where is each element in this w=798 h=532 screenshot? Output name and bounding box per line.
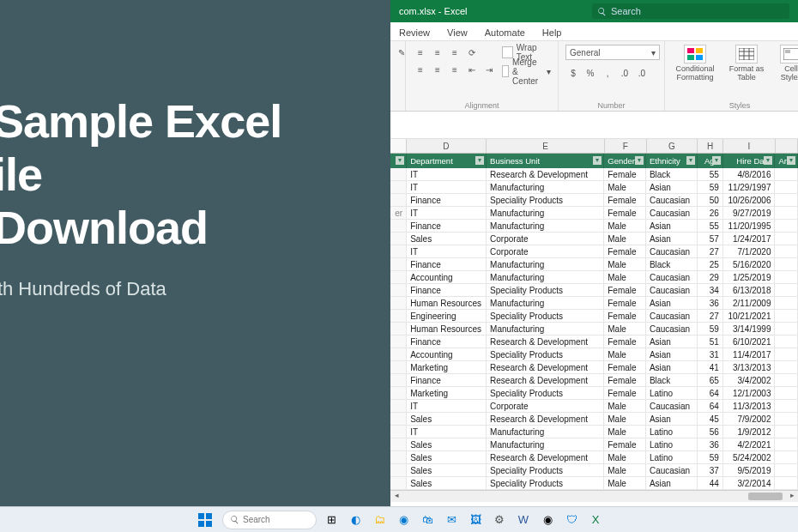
align-right-icon[interactable]: ≡ [447,62,462,77]
th-gender[interactable]: Gender [604,154,646,168]
format-painter-icon[interactable]: ✎ [397,45,406,60]
th-age[interactable]: Age [698,154,723,168]
promo-panel: Sample Excel ile Download ith Hundreds o… [0,0,390,506]
comma-icon[interactable]: , [600,65,615,81]
task-view-icon[interactable]: ⊞ [322,511,341,529]
table-row[interactable]: MarketingResearch & DevelopmentFemaleAsi… [390,361,798,374]
titlebar: com.xlsx - Excel Search [390,0,798,22]
security-icon[interactable]: 🛡 [562,511,581,529]
orientation-icon[interactable]: ⟳ [464,45,480,60]
group-alignment: ≡ ≡ ≡ ⟳ ≡ ≡ ≡ ⇤ ⇥ Wrap Text Merge [406,41,559,111]
table-row[interactable]: FinanceSpeciality ProductsFemaleCaucasia… [390,284,798,297]
cell-styles-icon [780,45,798,63]
table-row[interactable]: Human ResourcesManufacturingMaleCaucasia… [390,323,798,336]
format-as-table-icon [735,45,758,63]
table-row[interactable]: SalesSpeciality ProductsMaleCaucasian379… [390,464,798,477]
table-row[interactable]: AccountingManufacturingMaleCaucasian291/… [390,271,798,284]
merge-icon [502,65,509,77]
word-icon[interactable]: W [514,511,533,529]
align-left-icon[interactable]: ≡ [413,62,428,77]
horizontal-scrollbar[interactable]: ◂ ▸ [390,490,798,502]
table-row[interactable]: FinanceSpeciality ProductsFemaleCaucasia… [390,194,798,207]
svg-rect-2 [687,55,694,60]
col-header-H[interactable]: H [698,139,723,153]
table-row[interactable]: SalesManufacturingFemaleLatino364/2/2021 [390,438,798,451]
indent-decrease-icon[interactable]: ⇤ [464,62,480,77]
number-format-dropdown[interactable]: General▾ [565,45,660,60]
col-header-F[interactable]: F [605,139,647,153]
col-header-E[interactable]: E [487,139,605,153]
format-as-table-button[interactable]: Format as Table [723,45,770,82]
table-row[interactable]: FinanceResearch & DevelopmentFemaleBlack… [390,374,798,387]
promo-title-l2: ile [0,148,42,200]
table-row[interactable]: EngineeringSpeciality ProductsFemaleCauc… [390,310,798,323]
taskbar: Search ⊞ ◐ 🗂 ◉ 🛍 ✉ 🖼 ⚙ W ◉ 🛡 X [0,506,798,532]
th-business-unit[interactable]: Business Unit [487,154,604,168]
table-row[interactable]: SalesResearch & DevelopmentMaleAsian457/… [390,413,798,426]
table-row[interactable]: ITCorporateMaleCaucasian6411/3/2013 [390,400,798,413]
align-middle-icon[interactable]: ≡ [430,45,445,60]
search-box[interactable]: Search [592,3,789,19]
merge-center-button[interactable]: Merge & Center ▾ [502,63,551,79]
decrease-decimal-icon[interactable]: .0 [634,65,650,81]
conditional-formatting-button[interactable]: Conditional Formatting [672,45,718,82]
ribbon: ✎ ≡ ≡ ≡ ⟳ ≡ ≡ ≡ ⇤ ⇥ [390,41,798,112]
table-row[interactable]: FinanceManufacturingMaleBlack255/16/2020 [390,258,798,271]
table-row[interactable]: SalesCorporateMaleAsian571/24/2017 [390,233,798,245]
group-number: General▾ $ % , .0 .0 Number [559,41,665,111]
start-button[interactable] [193,511,217,529]
cell-styles-button[interactable]: Cell Styles [775,45,798,82]
scroll-left-icon[interactable]: ◂ [390,491,402,503]
table-row[interactable]: FinanceResearch & DevelopmentFemaleAsian… [390,336,798,348]
table-row[interactable]: FinanceManufacturingMaleAsian5511/20/199… [390,220,798,233]
formula-bar-area[interactable] [390,112,798,139]
tab-view[interactable]: View [438,24,476,40]
photos-icon[interactable]: 🖼 [466,511,485,529]
table-row[interactable]: SalesResearch & DevelopmentMaleLatino595… [390,451,798,464]
tab-automate[interactable]: Automate [476,24,534,40]
percent-icon[interactable]: % [583,65,598,81]
scroll-right-icon[interactable]: ▸ [786,491,798,503]
th-department[interactable]: Department [407,154,487,168]
settings-icon[interactable]: ⚙ [490,511,509,529]
group-clipboard: ✎ [390,41,406,111]
edge-icon[interactable]: ◉ [394,511,413,529]
mail-icon[interactable]: ✉ [442,511,461,529]
align-top-icon[interactable]: ≡ [413,45,428,60]
group-label-number: Number [565,100,657,110]
chrome-icon[interactable]: ◉ [538,511,557,529]
scroll-thumb[interactable] [748,493,783,500]
th-ann[interactable]: Ann [775,154,798,168]
align-bottom-icon[interactable]: ≡ [447,45,462,60]
group-label-styles: Styles [672,100,798,110]
increase-decimal-icon[interactable]: .0 [617,65,632,81]
table-row[interactable]: ITCorporateFemaleCaucasian277/1/2020 [390,245,798,258]
taskbar-search[interactable]: Search [222,511,317,529]
indent-increase-icon[interactable]: ⇥ [481,62,497,77]
tab-review[interactable]: Review [390,24,438,40]
currency-icon[interactable]: $ [565,65,581,81]
spreadsheet-grid[interactable]: D E F G H I Department Business Unit Gen… [390,139,798,506]
tab-help[interactable]: Help [534,24,571,40]
table-row[interactable]: AccountingSpeciality ProductsMaleAsian31… [390,348,798,361]
widgets-icon[interactable]: ◐ [346,511,365,529]
col-header-I[interactable]: I [723,139,776,153]
table-row[interactable]: ITManufacturingMaleAsian5911/29/1997 [390,181,798,194]
table-row[interactable]: ITManufacturingMaleLatino561/9/2012 [390,426,798,438]
col-header-G[interactable]: G [647,139,698,153]
excel-icon[interactable]: X [586,511,605,529]
col-header-D[interactable]: D [407,139,487,153]
table-row[interactable]: MarketingSpeciality ProductsFemaleLatino… [390,387,798,400]
table-row[interactable]: SalesSpeciality ProductsMaleAsian443/2/2… [390,477,798,490]
promo-title-l1: Sample Excel [0,95,281,147]
th-ethnicity[interactable]: Ethnicity [646,154,698,168]
explorer-icon[interactable]: 🗂 [370,511,389,529]
svg-rect-10 [785,50,790,53]
filename: com.xlsx - Excel [390,6,467,16]
align-center-icon[interactable]: ≡ [430,62,445,77]
table-row[interactable]: ITResearch & DevelopmentFemaleBlack554/8… [390,168,798,181]
table-row[interactable]: erITManufacturingFemaleCaucasian269/27/2… [390,207,798,220]
store-icon[interactable]: 🛍 [418,511,437,529]
th-hire-date[interactable]: Hire Date [723,154,776,168]
table-row[interactable]: Human ResourcesManufacturingFemaleAsian3… [390,297,798,310]
